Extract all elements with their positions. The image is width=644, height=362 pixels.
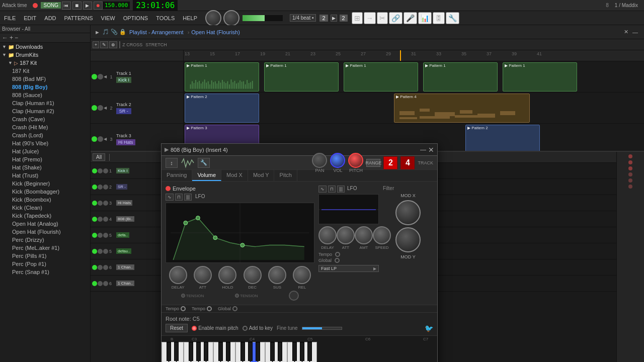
tab-mod-y[interactable]: Mod Y xyxy=(248,170,275,181)
seq-6a-led[interactable] xyxy=(92,265,97,270)
env-shape-2[interactable]: ⊓ xyxy=(175,194,183,201)
seq-6a-mute[interactable] xyxy=(98,265,103,270)
track-2-green-btn[interactable] xyxy=(92,105,97,111)
mixer-btn-6[interactable] xyxy=(628,185,632,189)
piano-key-32[interactable] xyxy=(300,342,304,361)
track-3-green-btn[interactable] xyxy=(92,136,97,142)
all-button[interactable]: All xyxy=(93,153,105,161)
seq-6b-led[interactable] xyxy=(92,281,97,286)
seq-4-led[interactable] xyxy=(92,217,97,222)
browser-item-187kit-file[interactable]: 187 Kit xyxy=(0,67,90,75)
pattern-block-1-1[interactable]: ▶ Pattern 1 xyxy=(185,62,259,92)
menu-view[interactable]: VIEW xyxy=(97,13,119,23)
seq-5a-mute[interactable] xyxy=(98,233,103,238)
tab-pitch[interactable]: Pitch xyxy=(274,170,297,181)
lfo-global-radio-2[interactable] xyxy=(232,306,237,311)
piano-key-1[interactable] xyxy=(167,342,171,361)
toolbar-btn-1[interactable]: ⊞ xyxy=(352,12,363,24)
envelope-graph[interactable] xyxy=(166,203,314,263)
pl-ctrl-btn-3[interactable]: ⊕ xyxy=(109,41,117,48)
tension-1-knob[interactable] xyxy=(181,294,185,298)
track-2-grey-btn[interactable] xyxy=(98,105,103,111)
tab-mod-x[interactable]: Mod X xyxy=(221,170,248,181)
piano-key-20[interactable] xyxy=(248,342,253,361)
env-shape-3[interactable]: ||| xyxy=(184,194,192,201)
pan-knob[interactable] xyxy=(312,153,327,168)
track-1-grey-btn[interactable] xyxy=(98,74,103,79)
master-slider[interactable] xyxy=(243,15,283,21)
seq-3-solo[interactable] xyxy=(103,201,108,206)
seq-5b-solo[interactable] xyxy=(103,249,108,254)
seq-2-mute[interactable] xyxy=(98,185,103,190)
track-2-mute[interactable]: ◀ xyxy=(104,106,107,110)
browser-item-openhat-flourish[interactable]: Open Hat (Flourish) xyxy=(0,228,90,236)
track-1-green-btn[interactable] xyxy=(92,74,97,79)
browser-item-kick-boombox[interactable]: Kick (Boombox) xyxy=(0,196,90,204)
lfo-shape-2[interactable]: ⊓ xyxy=(328,186,336,193)
toolbar-btn-3[interactable]: ✂ xyxy=(377,12,388,24)
seq-6b-mute[interactable] xyxy=(98,281,103,286)
seq-1-name[interactable]: Kick I xyxy=(116,168,129,173)
piano-key-30[interactable] xyxy=(292,342,297,361)
pl-ctrl-btn-1[interactable]: + xyxy=(93,41,99,48)
rel-knob[interactable] xyxy=(293,266,311,284)
browser-item-clap1[interactable]: Clap (Human #1) xyxy=(0,99,90,107)
lfo-att-knob[interactable] xyxy=(337,226,355,244)
global-radio[interactable] xyxy=(335,258,340,263)
pattern-block-1-4[interactable]: ▶ Pattern 1 xyxy=(423,62,498,92)
seq-1-mute[interactable] xyxy=(98,168,103,173)
seq-3-name[interactable]: Hi Hats xyxy=(116,200,132,206)
inst-waveform-btn[interactable] xyxy=(181,156,195,170)
dec-knob[interactable] xyxy=(244,266,262,284)
stop-button[interactable]: ⏹ xyxy=(72,2,82,10)
metronome-knob[interactable] xyxy=(205,10,221,26)
browser-item-kick-boombagger[interactable]: Kick (Boombagger) xyxy=(0,188,90,196)
lfo-tempo-radio-2[interactable] xyxy=(207,306,212,311)
tempo-radio[interactable] xyxy=(335,252,340,257)
lfo-amt-knob[interactable] xyxy=(355,226,373,244)
browser-item-crash-hitme[interactable]: Crash (Hit Me) xyxy=(0,123,90,131)
track-3-name-btn[interactable]: Hi Hats xyxy=(116,139,135,145)
filter-mod-y-knob[interactable] xyxy=(395,227,421,252)
seq-6a-solo[interactable] xyxy=(103,265,108,270)
browser-add[interactable]: + xyxy=(10,34,13,41)
master-volume-knob[interactable] xyxy=(223,10,239,26)
tension-2-knob[interactable] xyxy=(235,294,239,298)
toolbar-btn-8[interactable]: 🔧 xyxy=(446,12,459,24)
seq-3-mute[interactable] xyxy=(98,201,103,206)
menu-file[interactable]: FILE xyxy=(0,13,20,23)
seq-4-name[interactable]: 808 (Bi.. xyxy=(116,216,134,222)
track-1-mute[interactable]: ◀ xyxy=(104,74,107,79)
piano-key-3[interactable] xyxy=(174,342,179,361)
seq-4-solo[interactable] xyxy=(103,217,108,222)
browser-item-downloads[interactable]: ▼ 📁 Downloads xyxy=(0,43,90,51)
piano-key-10[interactable] xyxy=(204,342,208,361)
env-shape-1[interactable]: ∿ xyxy=(166,194,174,201)
browser-item-openhat-analog[interactable]: Open Hat (Analog) xyxy=(0,220,90,228)
mixer-btn-5[interactable] xyxy=(628,178,632,183)
seq-1-led[interactable] xyxy=(92,168,97,173)
pitch-knob[interactable] xyxy=(348,153,363,168)
browser-item-808-sauce[interactable]: 808 (Sauce) xyxy=(0,91,90,99)
lfo-shape-1[interactable]: ∿ xyxy=(318,186,327,193)
pattern-block-2-2[interactable]: ▶ Pattern 4 xyxy=(394,94,530,123)
toolbar-btn-4[interactable]: 🔗 xyxy=(389,12,403,24)
seq-6a-name[interactable]: 1 Chan.. xyxy=(116,264,134,270)
playlist-min[interactable]: — xyxy=(632,29,638,35)
pattern-block-1-5[interactable]: ▶ Pattern 1 xyxy=(503,62,577,92)
toolbar-btn-7[interactable]: 🎛 xyxy=(433,12,445,24)
piano-key-18[interactable] xyxy=(240,342,245,361)
record-button[interactable]: ⏺ xyxy=(94,2,103,10)
browser-item-crash-cave[interactable]: Crash (Cave) xyxy=(0,115,90,123)
beat-selector[interactable]: 1/4 beat • xyxy=(290,14,316,22)
piano-key-15[interactable] xyxy=(226,342,230,361)
seq-5a-solo[interactable] xyxy=(103,233,108,238)
menu-patterns[interactable]: PATTERNS xyxy=(60,13,97,23)
pattern-block-1-2[interactable]: ▶ Pattern 1 xyxy=(264,62,339,92)
track-3-grey-btn[interactable] xyxy=(98,136,103,142)
delay-knob[interactable] xyxy=(169,266,187,284)
seq-4-mute[interactable] xyxy=(98,217,103,222)
seq-5b-led[interactable] xyxy=(92,249,97,254)
piano-key-13[interactable] xyxy=(218,342,223,361)
browser-item-hat-juice[interactable]: Hat (Juice) xyxy=(0,147,90,155)
